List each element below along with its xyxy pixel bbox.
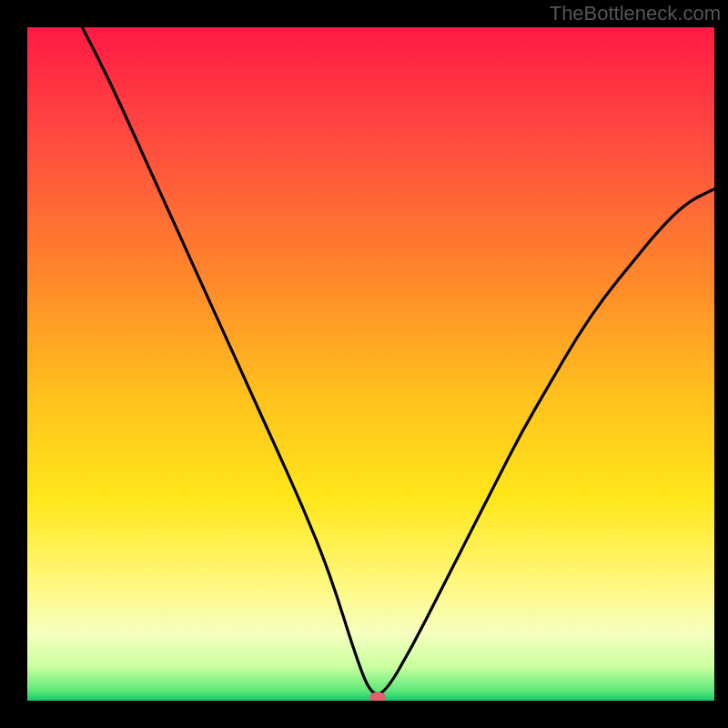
chart-svg (27, 27, 714, 701)
plot-frame (27, 27, 714, 701)
watermark-text: TheBottleneck.com (550, 2, 721, 25)
